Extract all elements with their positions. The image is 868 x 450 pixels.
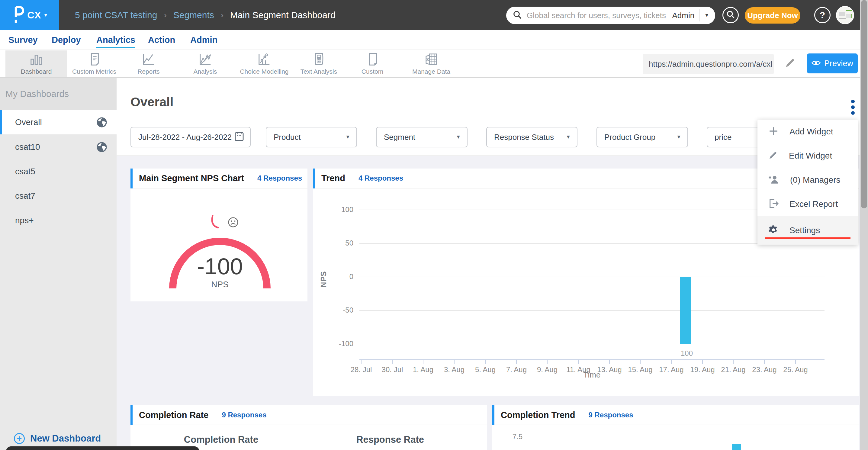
tab-analytics[interactable]: Analytics [96, 30, 135, 50]
dashboard-options-kebab-button[interactable] [847, 100, 859, 118]
help-button[interactable]: ? [814, 7, 831, 23]
export-icon [768, 199, 779, 210]
sidebar-item-nps-plus[interactable]: nps+ [0, 208, 117, 232]
search-input[interactable] [527, 11, 672, 20]
new-dashboard-button[interactable]: + New Dashboard [14, 433, 101, 444]
x-tick-mark [423, 360, 424, 364]
sidebar-item-csat10[interactable]: csat10 [0, 135, 117, 159]
search-scope-label: Admin [672, 11, 694, 20]
widget-title: Trend [321, 173, 345, 183]
product-caret-icon: ▾ [44, 12, 47, 19]
x-tick-mark [671, 360, 672, 364]
page-scrollbar[interactable] [860, 0, 868, 450]
widget-header: Completion Trend 9 Responses [492, 405, 859, 425]
responses-link[interactable]: 4 Responses [257, 174, 302, 183]
breadcrumb-separator: › [164, 10, 166, 20]
upgrade-now-button[interactable]: Upgrade Now [745, 7, 800, 24]
menu-item-settings[interactable]: Settings [757, 216, 858, 245]
tool-analysis[interactable]: Analysis [176, 51, 235, 77]
y-tick-label: 100 [325, 205, 353, 214]
avatar[interactable] [836, 6, 854, 24]
document-list-icon [312, 52, 326, 66]
x-axis-title: Time [360, 370, 825, 380]
y-axis-title: NPS [319, 271, 328, 287]
tab-deploy[interactable]: Deploy [52, 30, 81, 50]
gridline [530, 437, 852, 437]
responses-link[interactable]: 9 Responses [222, 411, 267, 419]
dashboard-name: nps+ [15, 216, 34, 225]
menu-item-managers[interactable]: (0) Managers [757, 168, 858, 192]
tab-survey[interactable]: Survey [8, 30, 38, 50]
sidebar-title: My Dashboards [5, 89, 69, 99]
filter-response-status[interactable]: Response Status ▼ [486, 127, 578, 148]
edit-url-pencil-icon[interactable] [784, 57, 797, 72]
new-dashboard-label: New Dashboard [30, 433, 101, 444]
filter-product[interactable]: Product ▼ [266, 127, 357, 148]
filter-segment[interactable]: Segment ▼ [376, 127, 467, 148]
dashboard-name: csat10 [15, 142, 40, 152]
tool-manage-data[interactable]: Manage Data [401, 51, 462, 77]
tool-custom-metrics[interactable]: Custom Metrics [67, 51, 121, 77]
menu-label: Edit Widget [789, 151, 832, 161]
menu-label: Excel Report [789, 199, 838, 209]
trend-bar-18-aug[interactable] [680, 277, 691, 344]
chevron-down-icon: ▼ [566, 134, 571, 140]
gauge-needle [208, 214, 220, 230]
globe-icon [96, 117, 107, 129]
x-tick-mark [640, 360, 641, 364]
tool-label: Analysis [193, 68, 217, 75]
responses-link[interactable]: 9 Responses [589, 411, 633, 419]
chevron-down-icon: ▼ [456, 134, 461, 140]
y-tick-label: 50 [325, 239, 353, 247]
x-tick-mark [361, 360, 362, 364]
tool-label: Choice Modelling [240, 68, 288, 75]
tool-choice-modelling[interactable]: Choice Modelling [235, 51, 294, 77]
responses-link[interactable]: 4 Responses [359, 174, 403, 183]
multi-line-chart-icon [198, 52, 212, 66]
sidebar-item-csat5[interactable]: csat5 [0, 159, 117, 184]
search-divider [699, 9, 700, 22]
bottom-toast-partial [6, 446, 199, 450]
menu-item-edit-widget[interactable]: Edit Widget [757, 144, 858, 168]
tool-reports[interactable]: Reports [121, 51, 176, 77]
tool-text-analysis[interactable]: Text Analysis [294, 51, 344, 77]
tool-custom[interactable]: Custom [344, 51, 401, 77]
tool-dashboard[interactable]: Dashboard [5, 51, 67, 77]
filter-product-group[interactable]: Product Group ▼ [596, 127, 688, 148]
questionpro-logo-menu[interactable]: CX ▾ [0, 0, 59, 30]
breadcrumb-segments[interactable]: Segments [173, 10, 214, 20]
menu-item-excel-report[interactable]: Excel Report [757, 192, 858, 216]
completion-trend-bar[interactable] [732, 444, 741, 450]
filter-label: Product Group [604, 133, 655, 142]
dashboard-url-field[interactable]: https://admin.questionpro.com/a/cxl [643, 54, 774, 74]
tab-action[interactable]: Action [148, 30, 175, 50]
widget-title: Completion Trend [501, 410, 575, 420]
menu-item-add-widget[interactable]: Add Widget [757, 120, 858, 144]
x-tick-mark [733, 360, 734, 364]
search-submit-button[interactable] [722, 7, 739, 23]
breadcrumb-survey[interactable]: 5 point CSAT testing [75, 10, 157, 20]
scrollbar-thumb[interactable] [861, 0, 867, 208]
pencil-icon [768, 151, 778, 161]
preview-button[interactable]: Preview [807, 54, 858, 73]
x-tick-mark [547, 360, 548, 364]
search-scope-caret-icon[interactable]: ▼ [704, 13, 709, 18]
global-search-bar[interactable]: Admin ▼ [506, 7, 715, 24]
sidebar-item-csat7[interactable]: csat7 [0, 184, 117, 208]
document-dashed-icon [87, 52, 101, 66]
bar-value-label: -100 [674, 349, 697, 358]
globe-icon [96, 141, 107, 154]
y-tick-label: -100 [325, 340, 353, 348]
nps-gauge-widget: Main Segment NPS Chart 4 Responses -100 … [130, 168, 307, 301]
nps-score-unit: NPS [159, 280, 280, 289]
date-range-filter[interactable]: Jul-28-2022 - Aug-26-2022 [130, 127, 251, 148]
sidebar-item-overall[interactable]: Overall [0, 110, 117, 134]
x-axis-line [360, 359, 825, 360]
question-mark-icon: ? [820, 10, 825, 20]
menu-label: Settings [789, 226, 820, 235]
breadcrumb: 5 point CSAT testing › Segments › Main S… [75, 0, 336, 30]
gridline [360, 210, 825, 210]
tool-label: Dashboard [21, 68, 52, 75]
add-user-icon [768, 174, 779, 186]
tab-admin[interactable]: Admin [190, 30, 217, 50]
